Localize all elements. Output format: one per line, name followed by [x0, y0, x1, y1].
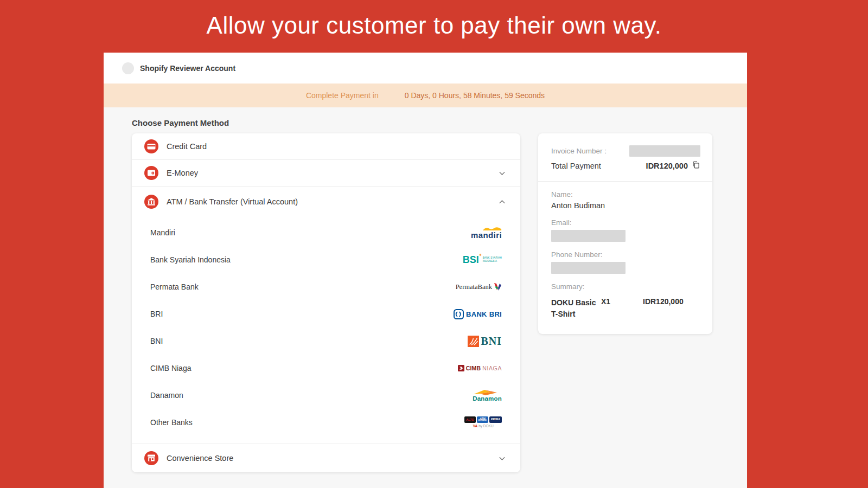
name-label: Name: — [551, 190, 699, 198]
summary-item-amount: IDR120,000 — [643, 297, 684, 320]
alto-badge: ALTO — [464, 416, 475, 423]
method-row-atm-bank-transfer[interactable]: ATM / Bank Transfer (Virtual Account) — [132, 186, 520, 217]
method-row-credit-card[interactable]: Credit Card — [132, 133, 520, 159]
credit-card-icon — [144, 139, 158, 153]
bank-row-permata[interactable]: Permata Bank PermataBank — [132, 273, 520, 300]
bank-row-danamon[interactable]: Danamon Danamon — [132, 382, 520, 409]
page-background: Allow your customer to pay their own way… — [0, 0, 868, 488]
permata-logo: PermataBank — [456, 283, 502, 291]
total-payment-label: Total Payment — [551, 162, 601, 170]
method-label: Convenience Store — [167, 454, 233, 463]
bank-row-cimb-niaga[interactable]: CIMB Niaga CIMB NIAGA — [132, 355, 520, 382]
checkout-content: Choose Payment Method Credit Card — [104, 107, 747, 488]
bni-logo: BNI — [468, 335, 502, 348]
store-icon — [144, 451, 158, 465]
bri-logo: BANK BRI — [454, 309, 502, 319]
danamon-logo: Danamon — [473, 389, 502, 402]
merchant-avatar — [122, 62, 134, 74]
bank-row-bri[interactable]: BRI BANK BRI — [132, 300, 520, 328]
name-value: Anton Budiman — [551, 201, 699, 210]
copy-icon[interactable] — [692, 160, 700, 171]
summary-label: Summary: — [551, 282, 699, 291]
checkout-panel: Shopify Reviewer Account Complete Paymen… — [104, 53, 747, 488]
chevron-up-icon[interactable] — [498, 198, 506, 206]
phone-label: Phone Number: — [551, 251, 699, 259]
bsi-logo: BSI ✦ BANK SYARIAH INDONESIA — [463, 255, 502, 265]
method-label: ATM / Bank Transfer (Virtual Account) — [167, 197, 298, 206]
merchant-name: Shopify Reviewer Account — [140, 64, 235, 73]
chevron-down-icon[interactable] — [498, 454, 506, 463]
wallet-icon — [144, 166, 158, 180]
bank-icon — [144, 195, 158, 209]
method-label: E-Money — [167, 169, 198, 177]
bank-list: Mandiri mandiri Bank Syariah Indonesia B… — [132, 217, 520, 444]
countdown-value: 0 Days, 0 Hours, 58 Minutes, 59 Seconds — [405, 91, 545, 100]
total-payment-value: IDR120,000 — [646, 162, 688, 170]
va-by-doku-label: VA by DOKU — [473, 425, 494, 428]
summary-item-qty: X1 — [601, 297, 643, 320]
countdown-label: Complete Payment in — [306, 91, 379, 100]
cimb-niaga-logo: CIMB NIAGA — [458, 365, 502, 371]
bank-row-mandiri[interactable]: Mandiri mandiri — [132, 219, 520, 246]
payment-methods-card: Credit Card E-Money — [132, 133, 520, 472]
countdown-banner: Complete Payment in 0 Days, 0 Hours, 58 … — [104, 84, 747, 107]
phone-redacted — [551, 262, 626, 274]
chevron-down-icon[interactable] — [498, 169, 506, 177]
email-redacted — [551, 230, 626, 242]
bank-row-other-banks[interactable]: Other Banks ALTO ATMBERSAMA PRIMA VA — [132, 409, 520, 436]
bsi-star-icon: ✦ — [478, 253, 482, 258]
merchant-header: Shopify Reviewer Account — [104, 53, 747, 84]
invoice-number-label: Invoice Number : — [551, 147, 607, 155]
method-row-convenience-store[interactable]: Convenience Store — [132, 444, 520, 472]
invoice-number-redacted — [629, 145, 700, 157]
bank-row-bsi[interactable]: Bank Syariah Indonesia BSI ✦ BANK SYARIA… — [132, 246, 520, 273]
summary-item-name: DOKU Basic T-Shirt — [551, 297, 601, 320]
other-banks-logo: ALTO ATMBERSAMA PRIMA VA by DOKU — [464, 416, 502, 428]
email-label: Email: — [551, 219, 699, 227]
atm-bersama-badge: ATMBERSAMA — [477, 416, 488, 423]
page-title: Allow your customer to pay their own way… — [0, 12, 868, 39]
method-row-e-money[interactable]: E-Money — [132, 159, 520, 186]
section-title: Choose Payment Method — [132, 118, 229, 127]
summary-line-item: DOKU Basic T-Shirt X1 IDR120,000 — [551, 297, 699, 320]
bank-row-bni[interactable]: BNI BNI — [132, 328, 520, 355]
mandiri-logo: mandiri — [471, 226, 502, 239]
invoice-summary-card: Invoice Number : Total Payment IDR120,00… — [538, 133, 712, 334]
method-label: Credit Card — [167, 142, 207, 151]
prima-badge: PRIMA — [489, 416, 502, 423]
